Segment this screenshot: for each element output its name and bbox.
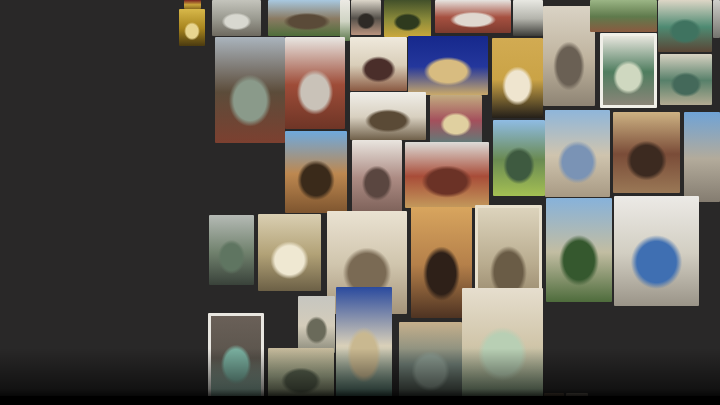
tile-mosaic-dome[interactable]: [384, 0, 431, 37]
collage-canvas: [0, 0, 720, 405]
tile-gold-black-door[interactable]: [492, 38, 543, 118]
tile-mauve-gable-house[interactable]: [352, 140, 402, 212]
tile-nouveau-interior-door[interactable]: [462, 288, 543, 398]
tile-guimard-gate[interactable]: [658, 0, 712, 52]
tile-gray-balcony-facade[interactable]: [212, 0, 261, 36]
tile-persian-mosaic-facade[interactable]: [430, 95, 482, 144]
tile-brick-castle[interactable]: [285, 37, 345, 129]
tile-carved-gable-house[interactable]: [215, 37, 285, 143]
tile-iron-gate-door[interactable]: [351, 0, 381, 35]
tile-curved-courtyard-building[interactable]: [268, 348, 334, 403]
tile-white-tree-sliver[interactable]: [340, 0, 350, 41]
tile-leafy-green-spire[interactable]: [493, 120, 545, 196]
tile-arch-window[interactable]: [350, 37, 407, 91]
tile-blue-sky-pediment[interactable]: [408, 36, 488, 95]
tile-mint-arch-door[interactable]: [208, 313, 264, 400]
tile-white-columns[interactable]: [513, 0, 543, 36]
tile-tudor-mansion[interactable]: [268, 0, 346, 36]
tile-blue-sky-synagogue[interactable]: [336, 287, 392, 400]
tile-verdigris-spire[interactable]: [209, 215, 254, 285]
tile-minaret-clock-tower[interactable]: [298, 296, 335, 353]
tile-casa-batllo-bone-facade[interactable]: [545, 110, 610, 197]
tile-metro-entrance[interactable]: [600, 33, 657, 108]
tile-topright-sliver[interactable]: [713, 0, 720, 38]
tile-house-brown-roof[interactable]: [350, 92, 426, 140]
tile-green-iron-fence[interactable]: [660, 54, 712, 105]
tile-leaning-columns-arcade[interactable]: [258, 214, 321, 291]
tile-klimt-gold-portrait[interactable]: [179, 9, 205, 46]
tile-brick-church[interactable]: [435, 0, 511, 33]
tile-red-gold-sliver[interactable]: [184, 0, 201, 9]
letterbox-bar: [0, 396, 720, 405]
tile-cream-tower-house[interactable]: [543, 6, 595, 106]
tile-synagogue-facade[interactable]: [285, 131, 347, 213]
tile-stone-blue-sky-building[interactable]: [684, 112, 720, 202]
tile-comalat-arch-balconies[interactable]: [613, 112, 680, 193]
tile-dragon-gate[interactable]: [399, 322, 462, 404]
tile-garden-balustrade[interactable]: [590, 0, 657, 32]
tile-blue-clock-tower[interactable]: [614, 196, 699, 306]
tile-casa-batllo-tree[interactable]: [546, 198, 612, 302]
tile-colon-market[interactable]: [405, 142, 489, 208]
